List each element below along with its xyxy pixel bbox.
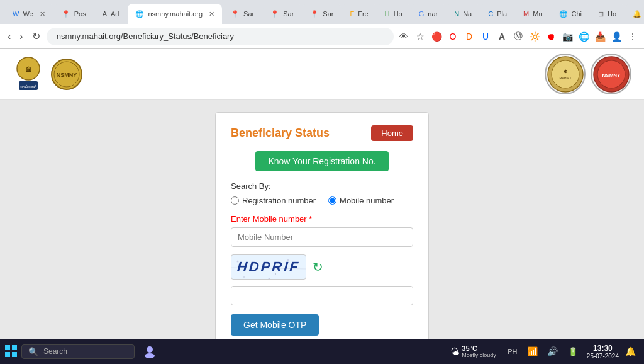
- tab-12[interactable]: C Pla: [480, 4, 514, 24]
- right-logo-2: NSMNY: [591, 54, 631, 94]
- forward-button[interactable]: ›: [17, 30, 25, 43]
- tab-active-label: nsmny.mahait.org: [148, 10, 203, 18]
- page-content: 🏛 सत्यमेव जयते NSMNY ⚙ MAHAIT: [0, 49, 644, 339]
- captcha-refresh-icon[interactable]: ↻: [313, 259, 323, 275]
- svg-text:⚙: ⚙: [564, 69, 567, 74]
- windows-icon: [5, 345, 18, 358]
- tab-9-favicon: H: [385, 10, 390, 18]
- tab-15[interactable]: ⊞ Ho: [591, 4, 624, 24]
- tab-active-favicon: 🌐: [135, 10, 144, 18]
- a-icon[interactable]: A: [496, 30, 508, 43]
- menu-icon[interactable]: ⋮: [626, 30, 639, 43]
- start-icon-tl: [5, 345, 10, 350]
- tab-2-label: Pos: [74, 10, 86, 18]
- tray-volume-icon[interactable]: 🔊: [544, 343, 562, 360]
- tab-7[interactable]: 📍 Sar: [303, 4, 341, 24]
- d-icon[interactable]: D: [463, 30, 475, 43]
- taskbar-time[interactable]: 13:30 25-07-2024: [587, 344, 619, 360]
- svg-point-19: [243, 276, 245, 278]
- nsmny-coin-logo: NSMNY: [50, 58, 83, 91]
- tab-15-label: Ho: [608, 10, 616, 18]
- taskbar-search[interactable]: 🔍 Search: [21, 344, 135, 359]
- weather-icon: 🌤: [450, 346, 459, 356]
- tab-14-favicon: 🌐: [559, 10, 568, 18]
- notification-icon[interactable]: 🔔: [621, 343, 639, 360]
- save-icon[interactable]: 📥: [594, 30, 606, 43]
- tab-1-close[interactable]: ✕: [40, 10, 45, 18]
- tab-7-favicon: 📍: [310, 10, 319, 18]
- weather-info: 35°C Mostly cloudy: [462, 344, 496, 358]
- header-logos-left: 🏛 सत्यमेव जयते NSMNY: [13, 56, 83, 93]
- tab-16[interactable]: 🔔 Per: [625, 4, 644, 24]
- tab-6-favicon: 📍: [270, 10, 279, 18]
- tab-5[interactable]: 📍 Sar: [223, 4, 262, 24]
- camera-icon[interactable]: 📷: [561, 30, 574, 43]
- u-icon[interactable]: U: [479, 30, 492, 43]
- tab-2[interactable]: 📍 Pos: [54, 4, 94, 24]
- svg-point-8: [552, 60, 579, 88]
- radio-mobile[interactable]: [328, 196, 336, 205]
- tray-keyboard-icon[interactable]: PH: [504, 343, 521, 360]
- reload-button[interactable]: ↻: [30, 29, 43, 43]
- radio-registration-option[interactable]: Registration number: [231, 196, 316, 205]
- taskbar-system-tray: 🌤 35°C Mostly cloudy PH 📶 🔊 🔋 13:30 25-0…: [450, 343, 639, 360]
- browser-chrome: W We ✕ 📍 Pos A Ad 🌐 nsmny.mahait.org ✕ 📍…: [0, 0, 644, 49]
- bookmark-icon[interactable]: ☆: [414, 30, 426, 43]
- tab-active-close[interactable]: ✕: [209, 10, 214, 18]
- opera-icon[interactable]: O: [447, 30, 459, 43]
- tab-active[interactable]: 🌐 nsmny.mahait.org ✕: [128, 4, 222, 24]
- tray-network-icon[interactable]: 📶: [524, 343, 541, 360]
- extension-icon[interactable]: 🔴: [430, 30, 443, 43]
- radio-registration[interactable]: [231, 196, 239, 205]
- tab-8-label: Fre: [358, 10, 369, 18]
- eye-slash-icon[interactable]: 👁: [397, 30, 410, 43]
- tab-11-favicon: N: [454, 10, 459, 18]
- person-svg: [143, 344, 157, 358]
- tab-5-favicon: 📍: [231, 10, 240, 18]
- tab-6[interactable]: 📍 Sar: [263, 4, 301, 24]
- record-icon[interactable]: ⏺: [545, 30, 557, 43]
- tab-13[interactable]: M Mu: [516, 4, 550, 24]
- radio-registration-label: Registration number: [242, 196, 316, 205]
- get-otp-button[interactable]: Get Mobile OTP: [231, 314, 319, 336]
- captcha-input[interactable]: [231, 286, 413, 305]
- tab-16-favicon: 🔔: [633, 10, 641, 18]
- profile-icon[interactable]: 👤: [610, 30, 623, 43]
- start-icon-br: [12, 352, 17, 357]
- home-button[interactable]: Home: [371, 125, 413, 141]
- address-bar[interactable]: [47, 28, 394, 45]
- tab-9[interactable]: H Ho: [377, 4, 410, 24]
- know-registration-button[interactable]: Know Your Registration No.: [255, 151, 388, 171]
- captcha-text: HDPRIF: [236, 259, 301, 275]
- tab-3-label: Ad: [111, 10, 119, 18]
- svg-text:MAHAIT: MAHAIT: [559, 76, 571, 80]
- tab-7-label: Sar: [323, 10, 333, 18]
- svg-point-20: [269, 278, 270, 280]
- tab-14[interactable]: 🌐 Chi: [552, 4, 590, 24]
- tab-10[interactable]: G nar: [411, 4, 445, 24]
- chrome-icon[interactable]: 🌐: [577, 30, 590, 43]
- tab-1-label: We: [23, 10, 33, 18]
- svg-point-22: [147, 346, 153, 353]
- start-button[interactable]: [5, 345, 18, 358]
- radio-mobile-option[interactable]: Mobile number: [328, 196, 394, 205]
- mobile-input[interactable]: [231, 227, 413, 247]
- card-header: Beneficiary Status Home: [231, 125, 413, 141]
- svg-text:सत्यमेव जयते: सत्यमेव जयते: [19, 84, 38, 89]
- svg-text:NSMNY: NSMNY: [57, 72, 77, 78]
- tab-15-favicon: ⊞: [598, 10, 604, 18]
- address-bar-row: ‹ › ↻ 👁 ☆ 🔴 O D U A Ⓜ 🔆 ⏺ 📷 🌐 📥 👤 ⋮: [0, 24, 644, 49]
- back-button[interactable]: ‹: [5, 30, 13, 43]
- tab-10-label: nar: [428, 10, 438, 18]
- tab-2-favicon: 📍: [62, 10, 70, 18]
- weather-desc: Mostly cloudy: [462, 352, 496, 358]
- tab-3[interactable]: A Ad: [95, 4, 127, 24]
- svg-point-23: [145, 353, 155, 358]
- taskbar-person-icon[interactable]: [141, 343, 158, 360]
- tab-11[interactable]: N Na: [447, 4, 479, 24]
- tray-battery-icon[interactable]: 🔋: [564, 343, 582, 360]
- bright-icon[interactable]: 🔆: [528, 30, 541, 43]
- tab-1[interactable]: W We ✕: [5, 4, 53, 24]
- tab-8[interactable]: F Fre: [342, 4, 375, 24]
- m-icon[interactable]: Ⓜ: [512, 30, 525, 43]
